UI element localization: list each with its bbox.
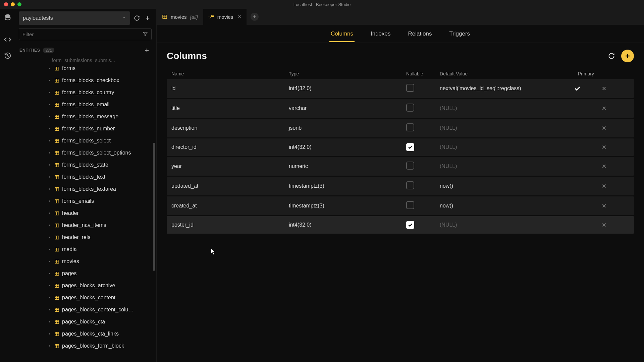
delete-column-button[interactable] xyxy=(594,105,614,111)
sidebar-entity-item[interactable]: forms_emails xyxy=(15,195,155,207)
column-row[interactable]: poster_id int4(32,0) (NULL) xyxy=(167,216,634,234)
wrench-icon xyxy=(209,14,214,19)
sidebar-entity-item[interactable]: media xyxy=(15,243,155,255)
scrollbar[interactable] xyxy=(153,58,155,362)
refresh-db-button[interactable] xyxy=(133,14,141,22)
entity-name: header_rels xyxy=(62,234,91,240)
close-tab-icon[interactable]: × xyxy=(238,14,241,20)
nullable-checkbox[interactable] xyxy=(406,221,414,229)
database-select[interactable]: payloadtests xyxy=(19,11,130,25)
column-row[interactable]: title varchar (NULL) xyxy=(167,99,634,118)
sidebar-entity-item[interactable]: forms_blocks_select_options xyxy=(15,147,155,159)
chevron-right-icon xyxy=(48,91,52,94)
nullable-checkbox[interactable] xyxy=(406,104,414,112)
column-row[interactable]: year numeric (NULL) xyxy=(167,157,634,176)
code-icon[interactable] xyxy=(4,36,12,44)
entity-name: pages_blocks_archive xyxy=(62,283,115,289)
delete-column-button[interactable] xyxy=(594,222,614,228)
column-default: now() xyxy=(440,183,560,189)
sidebar-entity-item[interactable]: forms_blocks_email xyxy=(15,99,155,111)
subnav-indexes[interactable]: Indexes xyxy=(369,26,392,42)
table-icon xyxy=(54,163,59,168)
sidebar-entity-item[interactable]: pages_blocks_content xyxy=(15,292,155,304)
entity-name: forms_blocks_state xyxy=(62,162,108,168)
sidebar-entity-item[interactable]: pages_blocks_archive xyxy=(15,280,155,292)
add-column-button[interactable] xyxy=(621,50,634,62)
entity-name: forms_blocks_email xyxy=(62,102,109,108)
nullable-checkbox[interactable] xyxy=(406,181,414,189)
delete-column-button[interactable] xyxy=(594,144,614,150)
window-minimize-icon[interactable] xyxy=(11,2,15,6)
add-tab-button[interactable] xyxy=(251,13,259,21)
chevron-right-icon xyxy=(48,344,52,348)
table-icon xyxy=(54,126,59,131)
subnav-columns[interactable]: Columns xyxy=(329,26,355,42)
delete-column-button[interactable] xyxy=(594,125,614,131)
delete-column-button[interactable] xyxy=(594,163,614,169)
tab[interactable]: movies × xyxy=(203,9,247,25)
chevron-right-icon xyxy=(48,212,52,215)
nullable-checkbox[interactable] xyxy=(406,143,414,151)
add-db-button[interactable] xyxy=(144,14,152,22)
table-icon xyxy=(54,295,59,300)
window-close-icon[interactable] xyxy=(4,2,8,6)
column-type: varchar xyxy=(289,105,406,111)
chevron-right-icon xyxy=(48,67,52,70)
tab[interactable]: movies [all] xyxy=(157,9,203,25)
entity-name: forms_blocks_textarea xyxy=(62,186,116,192)
sidebar-entity-item[interactable]: forms_blocks_textarea xyxy=(15,183,155,195)
sidebar-entity-item[interactable]: forms_blocks_state xyxy=(15,159,155,171)
chevron-right-icon xyxy=(48,127,52,130)
nullable-checkbox[interactable] xyxy=(406,162,414,170)
entity-name: forms xyxy=(62,65,75,71)
delete-column-button[interactable] xyxy=(594,183,614,189)
chevron-right-icon xyxy=(48,79,52,82)
sidebar-entity-item[interactable]: forms_blocks_country xyxy=(15,86,155,99)
delete-column-button[interactable] xyxy=(594,203,614,209)
sidebar-entity-item[interactable]: forms_blocks_message xyxy=(15,111,155,123)
entity-name: forms_blocks_message xyxy=(62,114,118,120)
sidebar-entity-item[interactable]: forms_blocks_text xyxy=(15,171,155,183)
scrollbar-thumb[interactable] xyxy=(153,143,155,270)
sidebar-entity-item[interactable]: forms xyxy=(15,62,155,74)
column-row[interactable]: description jsonb (NULL) xyxy=(167,119,634,137)
sidebar-entity-item[interactable]: forms_blocks_checkbox xyxy=(15,74,155,86)
subnav-relations[interactable]: Relations xyxy=(407,26,433,42)
subnav-triggers[interactable]: Triggers xyxy=(448,26,471,42)
left-rail xyxy=(0,9,15,362)
sidebar-entity-item[interactable]: header_rels xyxy=(15,231,155,243)
window-maximize-icon[interactable] xyxy=(17,2,21,6)
sidebar-entity-item[interactable]: pages_blocks_form_block xyxy=(15,340,155,352)
column-row[interactable]: id int4(32,0) nextval('movies_id_seq'::r… xyxy=(167,79,634,98)
history-icon[interactable] xyxy=(4,52,12,60)
sidebar-entity-item[interactable]: pages xyxy=(15,267,155,280)
column-default: nextval('movies_id_seq'::regclass) xyxy=(440,85,560,92)
entity-name: pages_blocks_content xyxy=(62,295,115,301)
refresh-columns-button[interactable] xyxy=(605,50,618,62)
sidebar-entity-item[interactable]: forms_blocks_select xyxy=(15,135,155,147)
entities-count: 271 xyxy=(43,48,54,53)
sidebar-entity-item[interactable]: forms_blocks_number xyxy=(15,123,155,135)
delete-column-button[interactable] xyxy=(594,85,614,92)
column-row[interactable]: created_at timestamptz(3) now() xyxy=(167,196,634,215)
add-entity-button[interactable] xyxy=(143,46,151,54)
nullable-checkbox[interactable] xyxy=(406,123,414,131)
sidebar-entity-item[interactable]: pages_blocks_content_colu… xyxy=(15,304,155,316)
database-icon[interactable] xyxy=(4,13,12,21)
sidebar-entity-item[interactable]: pages_blocks_cta xyxy=(15,316,155,328)
filter-input[interactable]: Filter xyxy=(19,28,152,40)
nullable-checkbox[interactable] xyxy=(406,201,414,209)
sidebar-entity-item[interactable]: pages_blocks_cta_links xyxy=(15,328,155,340)
column-type: timestamptz(3) xyxy=(289,203,406,209)
sidebar-entity-item[interactable]: header_nav_items xyxy=(15,219,155,231)
table-icon xyxy=(54,235,59,240)
column-default: (NULL) xyxy=(440,222,560,228)
sidebar-entity-item[interactable]: header xyxy=(15,207,155,219)
column-type: int4(32,0) xyxy=(289,85,406,92)
column-row[interactable]: director_id int4(32,0) (NULL) xyxy=(167,138,634,156)
sidebar-entity-item[interactable]: movies xyxy=(15,255,155,267)
column-row[interactable]: updated_at timestamptz(3) now() xyxy=(167,177,634,195)
entities-label: ENTITIES xyxy=(19,48,40,53)
tab-label: movies xyxy=(171,14,187,20)
nullable-checkbox[interactable] xyxy=(406,84,414,92)
